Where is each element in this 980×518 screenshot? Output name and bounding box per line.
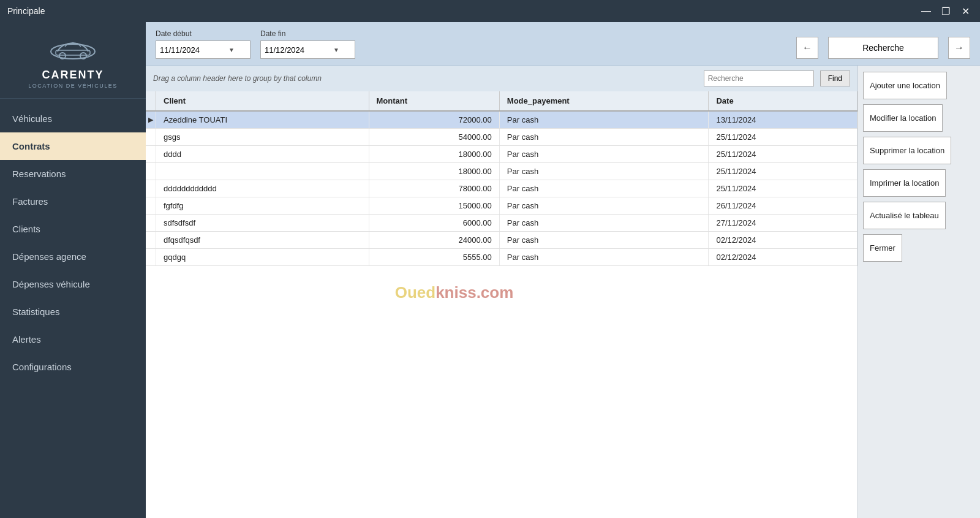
imprimer-button[interactable]: Imprimer la location [863, 169, 946, 197]
row-client: gqdgq [156, 249, 369, 266]
row-montant: 5555.00 [369, 249, 499, 266]
sidebar-item-depenses-agence[interactable]: Dépenses agence [0, 243, 146, 270]
date-debut-input[interactable] [160, 45, 227, 55]
modifier-button[interactable]: Modifier la location [863, 104, 943, 132]
row-arrow: ▶ [146, 111, 156, 129]
table-row[interactable]: 18000.00Par cash25/11/2024 [146, 163, 858, 180]
prev-arrow-button[interactable]: ← [796, 37, 818, 59]
sidebar-item-configurations[interactable]: Configurations [0, 353, 146, 381]
logo-sub-text: LOCATION DE VÉHICULES [28, 83, 117, 89]
recherche-button[interactable]: Recherche [828, 37, 938, 59]
sidebar-item-statistiques[interactable]: Statistiques [0, 298, 146, 326]
row-montant: 78000.00 [369, 180, 499, 197]
col-arrow [146, 91, 156, 111]
row-date: 13/11/2024 [709, 111, 858, 129]
sidebar-item-contrats[interactable]: Contrats [0, 132, 146, 160]
row-date: 26/11/2024 [709, 197, 858, 215]
row-arrow [146, 197, 156, 215]
row-montant: 24000.00 [369, 232, 499, 249]
grid-table: Client Montant Mode_payement Date ▶Azedd… [146, 91, 858, 266]
sidebar-item-alertes[interactable]: Alertes [0, 326, 146, 353]
sidebar-item-depenses-vehicule[interactable]: Dépenses véhicule [0, 270, 146, 298]
row-arrow [146, 180, 156, 197]
table-row[interactable]: gsgs54000.00Par cash25/11/2024 [146, 129, 858, 146]
table-row[interactable]: ▶Azeddine TOUATI72000.00Par cash13/11/20… [146, 111, 858, 129]
table-header-row: Client Montant Mode_payement Date [146, 91, 858, 111]
table-toolbar: Drag a column header here to group by th… [146, 66, 858, 91]
sidebar-item-clients[interactable]: Clients [0, 215, 146, 243]
date-debut-dropdown-btn[interactable]: ▼ [227, 47, 236, 53]
table-section: Drag a column header here to group by th… [146, 66, 858, 518]
row-mode-payement: Par cash [499, 111, 709, 129]
drag-hint-text: Drag a column header here to group by th… [153, 74, 698, 83]
minimize-button[interactable]: — [919, 4, 933, 18]
row-montant: 72000.00 [369, 111, 499, 129]
row-date: 02/12/2024 [709, 249, 858, 266]
sidebar-item-vehicules[interactable]: Véhicules [0, 105, 146, 132]
restore-button[interactable]: ❐ [938, 4, 953, 18]
col-montant[interactable]: Montant [369, 91, 499, 111]
date-fin-input[interactable] [265, 45, 332, 55]
col-client[interactable]: Client [156, 91, 369, 111]
row-mode-payement: Par cash [499, 180, 709, 197]
row-montant: 6000.00 [369, 215, 499, 232]
ajouter-button[interactable]: Ajouter une location [863, 72, 947, 99]
row-arrow [146, 215, 156, 232]
row-montant: 18000.00 [369, 146, 499, 163]
row-mode-payement: Par cash [499, 215, 709, 232]
col-mode-payement[interactable]: Mode_payement [499, 91, 709, 111]
next-arrow-button[interactable]: → [948, 37, 970, 59]
date-debut-label: Date début [156, 29, 251, 38]
row-mode-payement: Par cash [499, 197, 709, 215]
date-debut-wrapper: ▼ [156, 40, 251, 59]
app-title: Principale [7, 6, 45, 16]
sidebar: CARENTY LOCATION DE VÉHICULES VéhiculesC… [0, 22, 146, 518]
row-arrow [146, 129, 156, 146]
row-mode-payement: Par cash [499, 129, 709, 146]
row-mode-payement: Par cash [499, 249, 709, 266]
window-controls: — ❐ ✕ [919, 4, 973, 18]
supprimer-button[interactable]: Supprimer la location [863, 137, 951, 164]
row-mode-payement: Par cash [499, 232, 709, 249]
row-client: fgfdfg [156, 197, 369, 215]
row-montant: 15000.00 [369, 197, 499, 215]
app-body: CARENTY LOCATION DE VÉHICULES VéhiculesC… [0, 22, 980, 518]
find-button[interactable]: Find [820, 70, 850, 86]
table-row[interactable]: dddddddddddd78000.00Par cash25/11/2024 [146, 180, 858, 197]
sidebar-item-reservations[interactable]: Reservations [0, 160, 146, 188]
row-date: 25/11/2024 [709, 163, 858, 180]
row-client: dddddddddddd [156, 180, 369, 197]
table-row[interactable]: sdfsdfsdf6000.00Par cash27/11/2024 [146, 215, 858, 232]
close-button[interactable]: ✕ [958, 4, 973, 18]
row-client [156, 163, 369, 180]
date-fin-group: Date fin ▼ [260, 29, 355, 59]
row-date: 25/11/2024 [709, 180, 858, 197]
date-fin-wrapper: ▼ [260, 40, 355, 59]
row-client: gsgs [156, 129, 369, 146]
row-arrow [146, 249, 156, 266]
logo-brand-text: CARENTY [42, 69, 104, 82]
row-date: 25/11/2024 [709, 146, 858, 163]
table-row[interactable]: dddd18000.00Par cash25/11/2024 [146, 146, 858, 163]
fermer-button[interactable]: Fermer [863, 234, 902, 262]
row-date: 25/11/2024 [709, 129, 858, 146]
date-fin-label: Date fin [260, 29, 355, 38]
table-row[interactable]: dfqsdfqsdf24000.00Par cash02/12/2024 [146, 232, 858, 249]
date-debut-group: Date début ▼ [156, 29, 251, 59]
date-fin-dropdown-btn[interactable]: ▼ [332, 47, 341, 53]
actualiser-button[interactable]: Actualisé le tableau [863, 202, 946, 229]
car-logo-icon [48, 34, 97, 65]
table-row[interactable]: gqdgq5555.00Par cash02/12/2024 [146, 249, 858, 266]
table-row[interactable]: fgfdfg15000.00Par cash26/11/2024 [146, 197, 858, 215]
main-content: Date début ▼ Date fin ▼ ← Recherche → [146, 22, 980, 518]
col-date[interactable]: Date [709, 91, 858, 111]
search-input[interactable] [704, 70, 814, 86]
sidebar-nav: VéhiculesContratsReservationsFacturesCli… [0, 99, 146, 518]
row-mode-payement: Par cash [499, 146, 709, 163]
sidebar-item-factures[interactable]: Factures [0, 188, 146, 215]
row-client: dddd [156, 146, 369, 163]
svg-point-0 [51, 44, 95, 59]
row-date: 02/12/2024 [709, 232, 858, 249]
row-client: dfqsdfqsdf [156, 232, 369, 249]
data-grid[interactable]: Client Montant Mode_payement Date ▶Azedd… [146, 91, 858, 518]
